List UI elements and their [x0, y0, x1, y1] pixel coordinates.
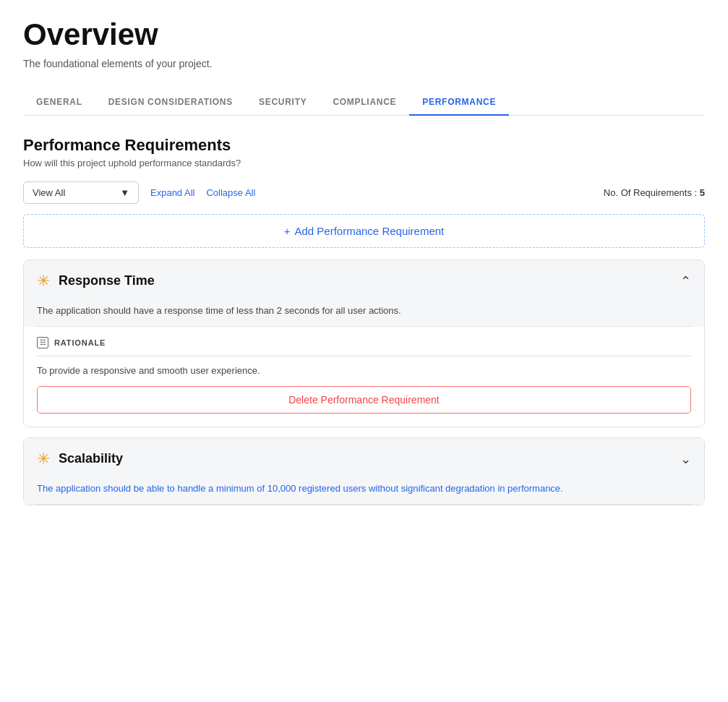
page-title: Overview	[23, 17, 705, 52]
rationale-section: ☷ RATIONALE To provide a responsive and …	[24, 327, 704, 427]
req-header-response-time[interactable]: ✳ Response Time ⌃	[24, 260, 704, 302]
section-subtitle: How will this project uphold performance…	[23, 158, 705, 168]
tab-compliance[interactable]: COMPLIANCE	[320, 90, 409, 116]
req-body-scalability: The application should be able to handle…	[24, 480, 704, 505]
req-header-scalability[interactable]: ✳ Scalability ⌄	[24, 438, 704, 480]
view-all-select[interactable]: View All ▼	[23, 181, 139, 204]
section-title: Performance Requirements	[23, 136, 705, 155]
tabs-nav: GENERAL DESIGN CONSIDERATIONS SECURITY C…	[23, 90, 705, 116]
plus-icon: +	[284, 225, 291, 237]
collapse-all-link[interactable]: Collapse All	[206, 187, 255, 198]
req-title-scalability: Scalability	[59, 451, 123, 466]
add-requirement-button[interactable]: + Add Performance Requirement	[23, 214, 705, 248]
page-subtitle: The foundational elements of your projec…	[23, 58, 705, 69]
rationale-icon: ☷	[37, 337, 48, 348]
performance-icon-scalability: ✳	[37, 450, 50, 468]
filter-left: View All ▼ Expand All Collapse All	[23, 181, 255, 204]
requirement-count: No. Of Requirements : 5	[604, 187, 705, 198]
tab-design[interactable]: DESIGN CONSIDERATIONS	[95, 90, 246, 116]
requirement-card-scalability: ✳ Scalability ⌄ The application should b…	[23, 437, 705, 505]
tab-general[interactable]: GENERAL	[23, 90, 95, 116]
tab-security[interactable]: SECURITY	[246, 90, 320, 116]
chevron-down-icon: ▼	[120, 187, 129, 198]
expand-all-link[interactable]: Expand All	[150, 187, 194, 198]
requirement-card-response-time: ✳ Response Time ⌃ The application should…	[23, 260, 705, 427]
add-requirement-label: Add Performance Requirement	[294, 225, 444, 237]
rationale-label: ☷ RATIONALE	[37, 337, 691, 348]
req-header-left: ✳ Response Time	[37, 272, 155, 291]
performance-icon-response-time: ✳	[37, 272, 50, 291]
req-description-response-time: The application should have a response t…	[37, 302, 691, 327]
req-body-response-time: The application should have a response t…	[24, 302, 704, 327]
chevron-down-icon-scalability[interactable]: ⌄	[680, 451, 691, 467]
rationale-text: To provide a responsive and smooth user …	[37, 365, 691, 376]
req-title-response-time: Response Time	[59, 273, 155, 288]
tab-performance[interactable]: PERFORMANCE	[409, 90, 509, 116]
filter-row: View All ▼ Expand All Collapse All No. O…	[23, 181, 705, 204]
chevron-up-icon[interactable]: ⌃	[680, 273, 691, 289]
delete-requirement-button[interactable]: Delete Performance Requirement	[37, 386, 691, 414]
req-header-left-scalability: ✳ Scalability	[37, 450, 123, 468]
view-all-label: View All	[33, 187, 65, 198]
req-description-scalability: The application should be able to handle…	[37, 480, 691, 505]
